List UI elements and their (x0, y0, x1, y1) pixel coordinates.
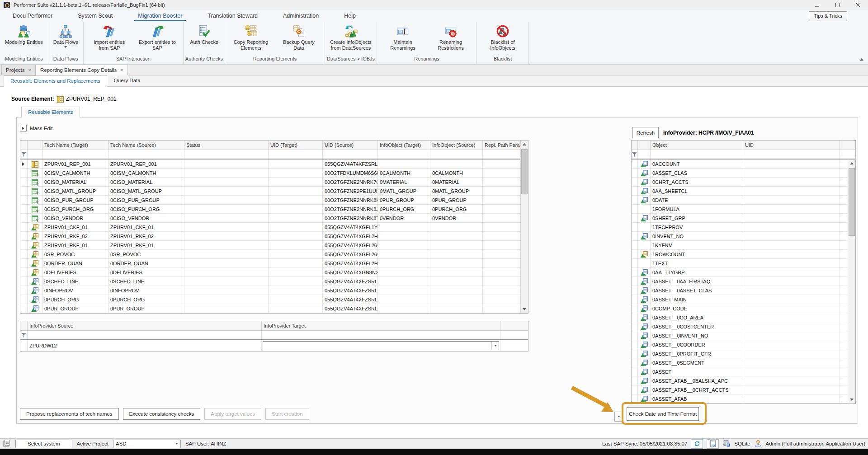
maximize-button[interactable] (827, 0, 848, 10)
list-item[interactable]: 0DATE (632, 196, 855, 205)
dropdown-button[interactable] (491, 342, 499, 350)
report-button[interactable] (707, 439, 719, 449)
infoprovider-source-cell[interactable]: ZPURDW12 (28, 340, 262, 351)
active-project-dropdown[interactable]: ASD (113, 440, 181, 448)
mass-edit-expander[interactable]: Mass Edit (20, 125, 53, 131)
list-item[interactable]: 0AA_SHEETCL (632, 187, 855, 196)
menu-migration-booster[interactable]: Migration Booster (132, 10, 189, 21)
data-flows-button[interactable]: Data Flows (50, 23, 81, 49)
renaming-restrictions-button[interactable]: Renaming Restrictions (427, 23, 475, 52)
menu-translation-steward[interactable]: Translation Steward (201, 10, 264, 21)
list-item[interactable]: 0INVENT_NO (632, 232, 855, 241)
column-header[interactable]: Object (651, 141, 743, 150)
list-item[interactable]: 0AA_TTYGRP (632, 268, 855, 277)
current-user-label[interactable]: Admin (Full administrator, Application U… (766, 441, 866, 446)
scroll-up-button[interactable] (848, 159, 855, 167)
table-row[interactable]: 0CISO_PURCH_ORG 0CISO_PURCH_ORG 00O2TGFZ… (20, 205, 528, 214)
list-item[interactable]: 0ASSET_AFAB__0BALSHA_APC (632, 376, 855, 385)
table-row[interactable]: 0SCHED_LINE 0SCHED_LINE 055QGZV4AT4XFZSR… (20, 277, 528, 286)
close-tab-icon[interactable]: × (28, 67, 31, 73)
list-item[interactable]: 0ASSET_CLAS (632, 169, 855, 178)
collapse-ribbon-button[interactable] (858, 56, 865, 62)
propose-replacements-button[interactable]: Propose replacements of tech names (20, 408, 119, 420)
tab-projects[interactable]: Projects× (1, 65, 36, 75)
backup-query-data-button[interactable]: Backup Query Data (275, 23, 323, 52)
column-header[interactable]: UID (Source) (323, 141, 378, 150)
column-header[interactable]: InfoObject (Target) (378, 141, 430, 150)
select-system-button[interactable]: Select system (15, 440, 72, 448)
sync-button[interactable] (691, 439, 703, 449)
close-tab-icon[interactable]: × (120, 67, 123, 73)
column-header[interactable]: Tech Name (Source) (108, 141, 184, 150)
list-item[interactable]: 0ASSET (632, 367, 855, 376)
infoprovider-row[interactable]: ZPURDW12 (20, 340, 528, 351)
column-header[interactable]: UID (743, 141, 840, 150)
column-header[interactable]: UID (Target) (269, 141, 323, 150)
expand-icon[interactable] (20, 125, 27, 131)
table-row[interactable]: 0PURCH_ORG 0PURCH_ORG 055QGZV4AT4XFZSRLR… (20, 295, 528, 304)
vertical-scrollbar[interactable] (848, 159, 855, 403)
tab-reporting-elements-copy-details[interactable]: Reporting Elements Copy Details× (36, 65, 128, 75)
column-header[interactable]: InfoProvider Target (262, 321, 500, 330)
filter-row[interactable] (632, 150, 855, 159)
table-row[interactable]: 0CISO_MATL_GROUP 0CISO_MATL_GROUP 00O2TG… (20, 187, 528, 196)
copy-reporting-elements-button[interactable]: Copy Reporting Elements (227, 23, 275, 52)
list-item[interactable]: 0ASSET__0PROFIT_CTR (632, 349, 855, 358)
scroll-down-button[interactable] (848, 396, 855, 403)
table-row[interactable]: 0INFOPROV 0INFOPROV 055QGZV4AT4XFZSRLRUL… (20, 286, 528, 295)
blacklist-infoobjects-button[interactable]: Blacklist of InfoObjects (479, 23, 527, 52)
refresh-button[interactable]: Refresh (632, 127, 659, 138)
list-item[interactable]: 0COMP_CODE (632, 304, 855, 313)
scroll-up-button[interactable] (521, 141, 528, 148)
close-button[interactable] (848, 0, 868, 10)
table-row[interactable]: 0DELIVERIES 0DELIVERIES 055QGZV4AT4XGN8N… (20, 268, 528, 277)
list-item[interactable]: 0ASSET__0ASSET_CLAS (632, 286, 855, 295)
auth-checks-button[interactable]: Auth Checks (187, 23, 221, 47)
column-header[interactable]: Tech Name (Target) (42, 141, 108, 150)
tab-reusable-elements-and-replacements[interactable]: Reusable Elements and Replacements (4, 75, 107, 87)
table-row[interactable]: 0PUR_GROUP 0PUR_GROUP 055QGZV4AT4XFZSRLR… (20, 304, 528, 313)
database-label[interactable]: SQLite (734, 441, 750, 446)
list-item[interactable]: 0ASSET__0INVENT_NO (632, 331, 855, 340)
table-row[interactable]: ZPURV01_REP_001 ZPURV01_REP_001 055QGZV4… (20, 159, 528, 169)
list-item[interactable]: 0ASSET__0AA_FIRSTAQ (632, 277, 855, 286)
table-row[interactable]: 0SR_POVOC 0SR_POVOC 055QGZV4AT4XGFL26GAV… (20, 250, 528, 259)
list-item[interactable]: 0ASSET__0COORDER (632, 340, 855, 349)
filter-row[interactable] (20, 331, 528, 340)
list-item[interactable]: 1FORMULA (632, 205, 855, 214)
list-item[interactable]: 1TECHPROV (632, 223, 855, 232)
column-header[interactable]: Status (184, 141, 269, 150)
menu-system-scout[interactable]: System Scout (71, 10, 119, 21)
list-item[interactable]: 1ROWCOUNT (632, 250, 855, 259)
create-infoobjects-button[interactable]: Create InfoObjects from DataSources (327, 23, 375, 52)
list-item[interactable]: 0ASSET_AFAB__0CHRT_ACCTS (632, 385, 855, 394)
filter-row[interactable] (20, 150, 528, 159)
systems-icon[interactable] (3, 439, 11, 448)
tips-and-tricks-button[interactable]: Tips & Tricks (809, 11, 847, 20)
list-item[interactable]: 0ASSET__0CO_AREA (632, 313, 855, 322)
table-row[interactable]: ZPURV01_RKF_01 ZPURV01_RKF_01 055QGZV4AT… (20, 241, 528, 250)
list-item[interactable]: 0ASSET__0COSTCENTER (632, 322, 855, 331)
table-row[interactable]: 0CISO_MATERIAL 0CISO_MATERIAL 00O2TGFZNE… (20, 178, 528, 187)
menu-administration[interactable]: Administration (277, 10, 325, 21)
table-row[interactable]: ZPURV01_RKF_02 ZPURV01_RKF_02 055QGZV4AT… (20, 232, 528, 241)
export-entities-button[interactable]: Export entities to SAP (133, 23, 181, 52)
vertical-scrollbar[interactable] (520, 141, 528, 313)
check-date-time-format-button[interactable]: Check Date and Time Format (627, 407, 699, 421)
tab-query-data[interactable]: Query Data (107, 75, 147, 86)
list-item[interactable]: 0ASSET__0SEGMENT (632, 358, 855, 367)
column-header[interactable]: InfoProvider Source (28, 321, 262, 330)
list-item[interactable]: 0SHEET_GRP (632, 214, 855, 223)
minimize-button[interactable] (807, 0, 827, 10)
table-row[interactable]: ZPURV01_CKF_01 ZPURV01_CKF_01 055QGZV4AT… (20, 223, 528, 232)
execute-consistency-checks-button[interactable]: Execute consistency checks (123, 408, 201, 420)
list-item[interactable]: 1TEXT (632, 259, 855, 268)
list-item[interactable]: 0ASSET_MAIN (632, 295, 855, 304)
scrollbar-thumb[interactable] (521, 149, 528, 194)
list-item[interactable]: 1KYFNM (632, 241, 855, 250)
menu-help[interactable]: Help (338, 10, 362, 21)
table-row[interactable]: 0ORDER_QUAN 0ORDER_QUAN 055QGZV4AT4XGFL2… (20, 259, 528, 268)
table-row[interactable]: 0CISO_VENDOR 0CISO_VENDOR 00O2TGFZNE2NNR… (20, 214, 528, 223)
table-row[interactable]: 0CISM_CALMONTH 0CISM_CALMONTH 00O2TFDKLU… (20, 169, 528, 178)
menu-docu-performer[interactable]: Docu Performer (6, 10, 59, 21)
